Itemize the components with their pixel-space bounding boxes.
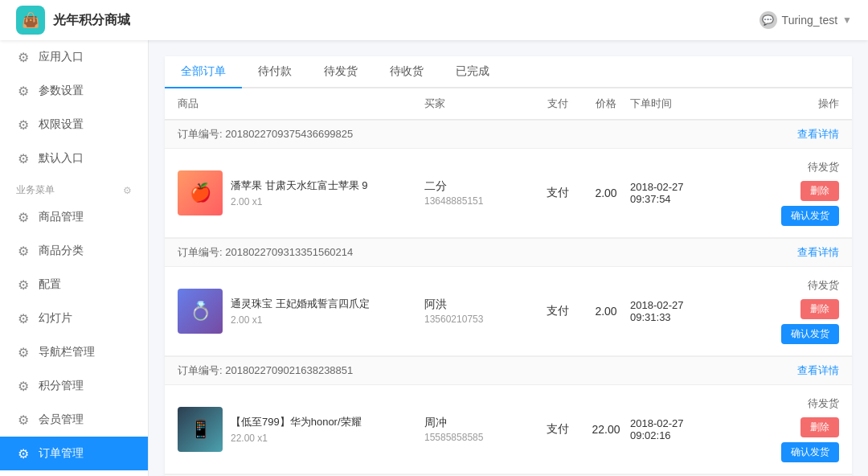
order-1-date: 2018-02-27 09:37:54 bbox=[630, 181, 743, 205]
order-1-buyer-name: 二分 bbox=[424, 179, 534, 194]
sidebar: ⚙ 应用入口 ⚙ 参数设置 ⚙ 权限设置 ⚙ 默认入口 业务菜单 ⚙ ⚙ 商品管… bbox=[0, 40, 149, 476]
order-row-1: 订单编号: 2018022709375436699825 查看详情 🍎 潘苹果 … bbox=[165, 120, 852, 238]
header-right: 💬 Turing_test ▼ bbox=[760, 11, 852, 29]
order-2-ship-button[interactable]: 确认发货 bbox=[781, 324, 839, 344]
header-price: 价格 bbox=[582, 96, 630, 111]
order-3-body: 📱 【低至799】华为honor/荣耀 22.00 x1 周冲 15585858… bbox=[165, 385, 852, 474]
sidebar-item-member-management[interactable]: ⚙ 会员管理 bbox=[0, 403, 148, 437]
tab-pending-pay[interactable]: 待付款 bbox=[242, 56, 308, 88]
tab-completed[interactable]: 已完成 bbox=[440, 56, 506, 88]
sidebar-item-param-settings[interactable]: ⚙ 参数设置 bbox=[0, 74, 148, 108]
sidebar-label-app-entry: 应用入口 bbox=[39, 50, 84, 64]
order-1-status: 待发货 bbox=[808, 160, 839, 174]
sidebar-item-app-entry[interactable]: ⚙ 应用入口 bbox=[0, 40, 148, 74]
order-3-buyer-name: 周冲 bbox=[424, 416, 534, 430]
sidebar-item-product-category[interactable]: ⚙ 商品分类 bbox=[0, 234, 148, 268]
sidebar-label-points-management: 积分管理 bbox=[39, 379, 84, 393]
app-entry-icon: ⚙ bbox=[16, 50, 31, 64]
sidebar-item-slideshow[interactable]: ⚙ 幻灯片 bbox=[0, 302, 148, 335]
order-2-number: 订单编号: 2018022709313351560214 bbox=[178, 245, 353, 260]
order-3-buyer-phone: 15585858585 bbox=[424, 432, 534, 443]
order-1-delete-button[interactable]: 删除 bbox=[800, 181, 839, 201]
config-icon: ⚙ bbox=[16, 277, 31, 292]
sidebar-item-order-management[interactable]: ⚙ 订单管理 bbox=[0, 437, 148, 470]
order-3-number: 订单编号: 2018022709021638238851 bbox=[178, 363, 353, 378]
username: Turing_test bbox=[782, 14, 838, 27]
order-3-date-value: 2018-02-27 bbox=[630, 417, 743, 429]
order-3-time-value: 09:02:16 bbox=[630, 429, 743, 441]
order-panel: 全部订单 待付款 待发货 待收货 已完成 商品 买家 支付 价格 下单时间 操作… bbox=[165, 56, 852, 476]
order-3-header: 订单编号: 2018022709021638238851 查看详情 bbox=[165, 356, 852, 385]
tab-all[interactable]: 全部订单 bbox=[165, 56, 242, 88]
order-1-body: 🍎 潘苹果 甘肃天水红富士苹果 9 2.00 x1 二分 13648885151… bbox=[165, 149, 852, 238]
order-1-product-qty: 2.00 x1 bbox=[231, 196, 367, 207]
order-3-product-info: 【低至799】华为honor/荣耀 22.00 x1 bbox=[231, 415, 362, 444]
order-1-product-img: 🍎 bbox=[178, 170, 223, 215]
sidebar-section-business: 业务菜单 ⚙ bbox=[0, 175, 148, 200]
tab-pending-receive[interactable]: 待收货 bbox=[374, 56, 440, 88]
order-1-view-detail[interactable]: 查看详情 bbox=[797, 127, 839, 142]
order-2-header: 订单编号: 2018022709313351560214 查看详情 bbox=[165, 238, 852, 267]
order-2-body: 💍 通灵珠宝 王妃婚戒誓言四爪定 2.00 x1 阿洪 13560210753 … bbox=[165, 267, 852, 356]
order-3-price: 22.00 bbox=[582, 423, 630, 436]
order-3-actions: 待发货 删除 确认发货 bbox=[743, 396, 839, 462]
order-2-actions: 待发货 删除 确认发货 bbox=[743, 278, 839, 344]
sidebar-item-permission-settings[interactable]: ⚙ 权限设置 bbox=[0, 108, 148, 142]
table-header: 商品 买家 支付 价格 下单时间 操作 bbox=[165, 88, 852, 120]
sidebar-label-default-entry: 默认入口 bbox=[39, 151, 84, 166]
order-3-view-detail[interactable]: 查看详情 bbox=[797, 363, 839, 378]
header-payment: 支付 bbox=[534, 96, 582, 111]
sidebar-section-gear-icon[interactable]: ⚙ bbox=[123, 185, 132, 196]
app-header: 👜 光年积分商城 💬 Turing_test ▼ bbox=[0, 0, 868, 40]
main-content: 全部订单 待付款 待发货 待收货 已完成 商品 买家 支付 价格 下单时间 操作… bbox=[149, 40, 868, 476]
order-1-product: 🍎 潘苹果 甘肃天水红富士苹果 9 2.00 x1 bbox=[178, 170, 421, 215]
slideshow-icon: ⚙ bbox=[16, 311, 31, 326]
permission-settings-icon: ⚙ bbox=[16, 117, 31, 132]
sidebar-label-permission-settings: 权限设置 bbox=[39, 117, 84, 132]
order-2-product-qty: 2.00 x1 bbox=[231, 314, 370, 326]
sidebar-item-product-management[interactable]: ⚙ 商品管理 bbox=[0, 200, 148, 234]
sidebar-item-default-entry[interactable]: ⚙ 默认入口 bbox=[0, 142, 148, 175]
header-date: 下单时间 bbox=[630, 96, 743, 111]
sidebar-label-config: 配置 bbox=[39, 277, 61, 292]
order-3-status: 待发货 bbox=[808, 396, 839, 411]
sidebar-item-nav-management[interactable]: ⚙ 导航栏管理 bbox=[0, 335, 148, 369]
sidebar-label-slideshow: 幻灯片 bbox=[39, 311, 72, 326]
order-1-product-name: 潘苹果 甘肃天水红富士苹果 9 bbox=[231, 178, 367, 193]
main-layout: ⚙ 应用入口 ⚙ 参数设置 ⚙ 权限设置 ⚙ 默认入口 业务菜单 ⚙ ⚙ 商品管… bbox=[0, 40, 868, 476]
order-tabs: 全部订单 待付款 待发货 待收货 已完成 bbox=[165, 56, 852, 88]
order-3-date: 2018-02-27 09:02:16 bbox=[630, 417, 743, 441]
order-2-product-name: 通灵珠宝 王妃婚戒誓言四爪定 bbox=[231, 297, 370, 311]
sidebar-item-config[interactable]: ⚙ 配置 bbox=[0, 268, 148, 302]
sidebar-label-product-management: 商品管理 bbox=[39, 210, 84, 224]
order-1-ship-button[interactable]: 确认发货 bbox=[781, 206, 839, 226]
sidebar-item-points-management[interactable]: ⚙ 积分管理 bbox=[0, 369, 148, 403]
order-2-time-value: 09:31:33 bbox=[630, 311, 743, 323]
order-2-buyer-phone: 13560210753 bbox=[424, 314, 534, 325]
order-2-date-value: 2018-02-27 bbox=[630, 299, 743, 311]
member-management-icon: ⚙ bbox=[16, 412, 31, 427]
order-3-product-qty: 22.00 x1 bbox=[231, 433, 362, 444]
order-2-buyer: 阿洪 13560210753 bbox=[421, 298, 534, 325]
order-1-header: 订单编号: 2018022709375436699825 查看详情 bbox=[165, 120, 852, 149]
sidebar-label-order-management: 订单管理 bbox=[39, 446, 84, 461]
order-2-view-detail[interactable]: 查看详情 bbox=[797, 245, 839, 260]
order-1-date-value: 2018-02-27 bbox=[630, 181, 743, 193]
order-3-delete-button[interactable]: 删除 bbox=[800, 417, 839, 437]
order-2-delete-button[interactable]: 删除 bbox=[800, 299, 839, 319]
order-row-3: 订单编号: 2018022709021638238851 查看详情 📱 【低至7… bbox=[165, 356, 852, 474]
user-menu[interactable]: 💬 Turing_test ▼ bbox=[760, 11, 852, 29]
order-2-product: 💍 通灵珠宝 王妃婚戒誓言四爪定 2.00 x1 bbox=[178, 289, 421, 334]
order-2-buyer-name: 阿洪 bbox=[424, 298, 534, 312]
order-3-ship-button[interactable]: 确认发货 bbox=[781, 442, 839, 462]
order-2-product-img: 💍 bbox=[178, 289, 223, 334]
order-2-status: 待发货 bbox=[808, 278, 839, 293]
app-title: 光年积分商城 bbox=[53, 12, 130, 29]
tab-pending-ship[interactable]: 待发货 bbox=[308, 56, 374, 88]
order-1-time-value: 09:37:54 bbox=[630, 193, 743, 205]
order-1-payment: 支付 bbox=[534, 186, 582, 200]
product-category-icon: ⚙ bbox=[16, 244, 31, 258]
order-1-buyer: 二分 13648885151 bbox=[421, 179, 534, 207]
sidebar-label-param-settings: 参数设置 bbox=[39, 84, 84, 98]
order-3-product: 📱 【低至799】华为honor/荣耀 22.00 x1 bbox=[178, 407, 421, 452]
